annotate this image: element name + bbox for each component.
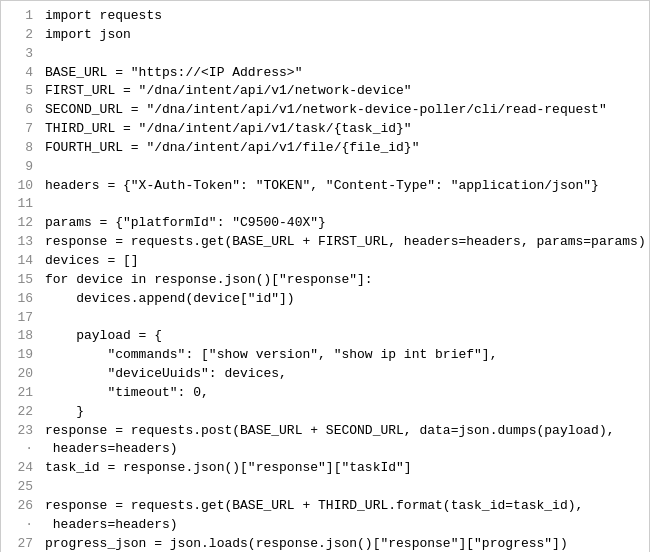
line-content: response = requests.post(BASE_URL + SECO…	[45, 422, 615, 441]
code-line: 17	[1, 309, 649, 328]
line-number: 22	[5, 403, 33, 422]
line-content: response = requests.get(BASE_URL + THIRD…	[45, 497, 583, 516]
continuation-content: headers=headers)	[45, 516, 178, 535]
line-number: 17	[5, 309, 33, 328]
line-number: 4	[5, 64, 33, 83]
line-content: import json	[45, 26, 131, 45]
line-content: THIRD_URL = "/dna/intent/api/v1/task/{ta…	[45, 120, 412, 139]
code-line: 6SECOND_URL = "/dna/intent/api/v1/networ…	[1, 101, 649, 120]
line-content: "deviceUuids": devices,	[45, 365, 287, 384]
code-line: 3	[1, 45, 649, 64]
code-line: 1import requests	[1, 7, 649, 26]
line-number: 16	[5, 290, 33, 309]
code-line: 11	[1, 195, 649, 214]
line-content: FOURTH_URL = "/dna/intent/api/v1/file/{f…	[45, 139, 419, 158]
line-number: 3	[5, 45, 33, 64]
line-content: task_id = response.json()["response"]["t…	[45, 459, 412, 478]
code-line: 8FOURTH_URL = "/dna/intent/api/v1/file/{…	[1, 139, 649, 158]
line-content: devices = []	[45, 252, 139, 271]
continuation-dot: ·	[5, 440, 33, 459]
line-number: 18	[5, 327, 33, 346]
line-number: 13	[5, 233, 33, 252]
line-content: headers = {"X-Auth-Token": "TOKEN", "Con…	[45, 177, 599, 196]
line-number: 26	[5, 497, 33, 516]
code-line: 10headers = {"X-Auth-Token": "TOKEN", "C…	[1, 177, 649, 196]
code-line: 4BASE_URL = "https://<IP Address>"	[1, 64, 649, 83]
code-line: 16 devices.append(device["id"])	[1, 290, 649, 309]
line-number: 19	[5, 346, 33, 365]
code-line: 25	[1, 478, 649, 497]
line-content: }	[45, 403, 84, 422]
code-line: 7THIRD_URL = "/dna/intent/api/v1/task/{t…	[1, 120, 649, 139]
line-content: for device in response.json()["response"…	[45, 271, 373, 290]
line-content: params = {"platformId": "C9500-40X"}	[45, 214, 326, 233]
line-content: payload = {	[45, 327, 162, 346]
code-line: 20 "deviceUuids": devices,	[1, 365, 649, 384]
code-line: 19 "commands": ["show version", "show ip…	[1, 346, 649, 365]
line-content: "timeout": 0,	[45, 384, 209, 403]
line-content: BASE_URL = "https://<IP Address>"	[45, 64, 302, 83]
line-content: devices.append(device["id"])	[45, 290, 295, 309]
code-line: 18 payload = {	[1, 327, 649, 346]
line-number: 12	[5, 214, 33, 233]
code-line: 26response = requests.get(BASE_URL + THI…	[1, 497, 649, 516]
code-line: 9	[1, 158, 649, 177]
line-number: 23	[5, 422, 33, 441]
code-line: 12params = {"platformId": "C9500-40X"}	[1, 214, 649, 233]
line-number: 27	[5, 535, 33, 552]
code-line: 21 "timeout": 0,	[1, 384, 649, 403]
line-number: 9	[5, 158, 33, 177]
line-number: 14	[5, 252, 33, 271]
line-content: FIRST_URL = "/dna/intent/api/v1/network-…	[45, 82, 412, 101]
code-line: 13response = requests.get(BASE_URL + FIR…	[1, 233, 649, 252]
code-line: 22 }	[1, 403, 649, 422]
line-number: 25	[5, 478, 33, 497]
line-number: 8	[5, 139, 33, 158]
line-content: response = requests.get(BASE_URL + FIRST…	[45, 233, 646, 252]
code-block: 1import requests2import json34BASE_URL =…	[0, 0, 650, 552]
continuation-line: · headers=headers)	[1, 440, 649, 459]
code-line: 27progress_json = json.loads(response.js…	[1, 535, 649, 552]
continuation-line: · headers=headers)	[1, 516, 649, 535]
code-line: 23response = requests.post(BASE_URL + SE…	[1, 422, 649, 441]
code-line: 24task_id = response.json()["response"][…	[1, 459, 649, 478]
line-number: 20	[5, 365, 33, 384]
line-number: 7	[5, 120, 33, 139]
line-content: "commands": ["show version", "show ip in…	[45, 346, 497, 365]
line-number: 5	[5, 82, 33, 101]
line-number: 10	[5, 177, 33, 196]
line-number: 6	[5, 101, 33, 120]
line-number: 11	[5, 195, 33, 214]
code-line: 15for device in response.json()["respons…	[1, 271, 649, 290]
line-number: 24	[5, 459, 33, 478]
line-content: import requests	[45, 7, 162, 26]
line-number: 21	[5, 384, 33, 403]
code-line: 5FIRST_URL = "/dna/intent/api/v1/network…	[1, 82, 649, 101]
continuation-dot: ·	[5, 516, 33, 535]
continuation-content: headers=headers)	[45, 440, 178, 459]
line-content: SECOND_URL = "/dna/intent/api/v1/network…	[45, 101, 607, 120]
line-number: 2	[5, 26, 33, 45]
line-number: 15	[5, 271, 33, 290]
line-content: progress_json = json.loads(response.json…	[45, 535, 568, 552]
code-line: 2import json	[1, 26, 649, 45]
line-number: 1	[5, 7, 33, 26]
code-line: 14devices = []	[1, 252, 649, 271]
